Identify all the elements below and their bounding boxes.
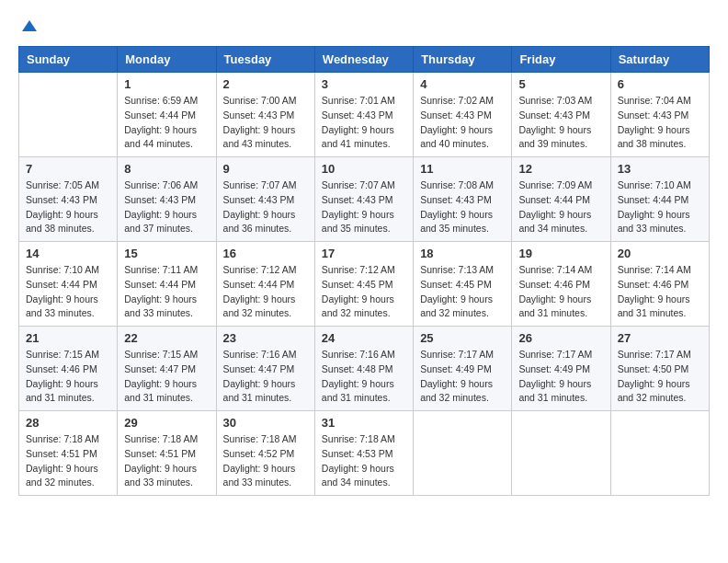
calendar-cell: 4Sunrise: 7:02 AMSunset: 4:43 PMDaylight… [414,73,512,157]
day-info: Sunrise: 7:16 AMSunset: 4:48 PMDaylight:… [322,348,406,406]
calendar-header-friday: Friday [512,47,610,73]
day-info: Sunrise: 7:11 AMSunset: 4:44 PMDaylight:… [124,263,209,321]
calendar-cell: 8Sunrise: 7:06 AMSunset: 4:43 PMDaylight… [118,157,216,242]
day-info: Sunrise: 7:09 AMSunset: 4:44 PMDaylight:… [518,178,603,236]
calendar-cell: 31Sunrise: 7:18 AMSunset: 4:53 PMDayligh… [314,411,413,496]
day-number: 25 [420,331,505,345]
day-info: Sunrise: 7:04 AMSunset: 4:43 PMDaylight:… [618,94,702,152]
day-info: Sunrise: 7:16 AMSunset: 4:47 PMDaylight:… [223,348,308,406]
calendar-week-row: 7Sunrise: 7:05 AMSunset: 4:43 PMDaylight… [19,157,710,242]
calendar-cell: 23Sunrise: 7:16 AMSunset: 4:47 PMDayligh… [216,327,314,411]
calendar-week-row: 1Sunrise: 6:59 AMSunset: 4:44 PMDaylight… [19,73,710,157]
day-info: Sunrise: 7:08 AMSunset: 4:43 PMDaylight:… [420,178,505,236]
day-info: Sunrise: 7:03 AMSunset: 4:43 PMDaylight:… [518,94,603,152]
day-number: 12 [518,162,603,176]
calendar-week-row: 14Sunrise: 7:10 AMSunset: 4:44 PMDayligh… [19,242,710,327]
calendar-cell: 3Sunrise: 7:01 AMSunset: 4:43 PMDaylight… [314,73,413,157]
day-number: 28 [26,416,110,430]
calendar-header-sunday: Sunday [19,47,118,73]
day-info: Sunrise: 7:10 AMSunset: 4:44 PMDaylight:… [26,263,110,321]
day-info: Sunrise: 7:10 AMSunset: 4:44 PMDaylight:… [618,178,702,236]
calendar-week-row: 21Sunrise: 7:15 AMSunset: 4:46 PMDayligh… [19,327,710,411]
calendar-cell: 29Sunrise: 7:18 AMSunset: 4:51 PMDayligh… [118,411,216,496]
calendar-week-row: 28Sunrise: 7:18 AMSunset: 4:51 PMDayligh… [19,411,710,496]
day-info: Sunrise: 7:15 AMSunset: 4:46 PMDaylight:… [26,348,110,406]
day-number: 7 [26,162,110,176]
day-number: 8 [124,162,209,176]
day-number: 19 [518,247,603,260]
calendar-cell: 5Sunrise: 7:03 AMSunset: 4:43 PMDaylight… [512,73,610,157]
day-info: Sunrise: 6:59 AMSunset: 4:44 PMDaylight:… [124,94,209,152]
day-info: Sunrise: 7:12 AMSunset: 4:44 PMDaylight:… [223,263,308,321]
day-number: 31 [322,416,406,430]
calendar-header-row: SundayMondayTuesdayWednesdayThursdayFrid… [19,47,710,73]
day-info: Sunrise: 7:13 AMSunset: 4:45 PMDaylight:… [420,263,505,321]
day-info: Sunrise: 7:17 AMSunset: 4:49 PMDaylight:… [518,348,603,406]
calendar-cell [610,411,709,496]
calendar-header-tuesday: Tuesday [216,47,314,73]
day-number: 4 [420,77,505,91]
calendar-header-thursday: Thursday [414,47,512,73]
calendar-cell: 11Sunrise: 7:08 AMSunset: 4:43 PMDayligh… [414,157,512,242]
day-info: Sunrise: 7:00 AMSunset: 4:43 PMDaylight:… [223,94,308,152]
calendar-cell: 25Sunrise: 7:17 AMSunset: 4:49 PMDayligh… [414,327,512,411]
calendar-cell: 7Sunrise: 7:05 AMSunset: 4:43 PMDaylight… [19,157,118,242]
logo-icon [20,18,39,37]
day-number: 9 [223,162,308,176]
calendar-cell [512,411,610,496]
day-number: 10 [322,162,406,176]
day-info: Sunrise: 7:18 AMSunset: 4:53 PMDaylight:… [322,432,406,490]
calendar-cell: 27Sunrise: 7:17 AMSunset: 4:50 PMDayligh… [610,327,709,411]
calendar-cell: 6Sunrise: 7:04 AMSunset: 4:43 PMDaylight… [610,73,709,157]
calendar-header-monday: Monday [118,47,216,73]
calendar-cell: 16Sunrise: 7:12 AMSunset: 4:44 PMDayligh… [216,242,314,327]
day-number: 29 [124,416,209,430]
calendar-cell: 24Sunrise: 7:16 AMSunset: 4:48 PMDayligh… [314,327,413,411]
day-info: Sunrise: 7:17 AMSunset: 4:50 PMDaylight:… [618,348,702,406]
calendar-cell: 9Sunrise: 7:07 AMSunset: 4:43 PMDaylight… [216,157,314,242]
calendar-cell: 20Sunrise: 7:14 AMSunset: 4:46 PMDayligh… [610,242,709,327]
calendar-cell: 30Sunrise: 7:18 AMSunset: 4:52 PMDayligh… [216,411,314,496]
day-number: 13 [618,162,702,176]
day-info: Sunrise: 7:06 AMSunset: 4:43 PMDaylight:… [124,178,209,236]
calendar-cell: 15Sunrise: 7:11 AMSunset: 4:44 PMDayligh… [118,242,216,327]
day-info: Sunrise: 7:17 AMSunset: 4:49 PMDaylight:… [420,348,505,406]
day-number: 1 [124,77,209,91]
day-info: Sunrise: 7:14 AMSunset: 4:46 PMDaylight:… [618,263,702,321]
calendar-cell: 26Sunrise: 7:17 AMSunset: 4:49 PMDayligh… [512,327,610,411]
day-info: Sunrise: 7:07 AMSunset: 4:43 PMDaylight:… [223,178,308,236]
day-number: 17 [322,247,406,260]
day-number: 14 [26,247,110,260]
day-number: 30 [223,416,308,430]
day-info: Sunrise: 7:01 AMSunset: 4:43 PMDaylight:… [322,94,406,152]
day-info: Sunrise: 7:18 AMSunset: 4:51 PMDaylight:… [124,432,209,490]
calendar-cell [19,73,118,157]
calendar-cell: 14Sunrise: 7:10 AMSunset: 4:44 PMDayligh… [19,242,118,327]
day-number: 16 [223,247,308,260]
day-info: Sunrise: 7:07 AMSunset: 4:43 PMDaylight:… [322,178,406,236]
day-number: 5 [518,77,603,91]
calendar-cell: 28Sunrise: 7:18 AMSunset: 4:51 PMDayligh… [19,411,118,496]
day-number: 18 [420,247,505,260]
day-info: Sunrise: 7:18 AMSunset: 4:52 PMDaylight:… [223,432,308,490]
day-number: 22 [124,331,209,345]
day-info: Sunrise: 7:12 AMSunset: 4:45 PMDaylight:… [322,263,406,321]
svg-marker-0 [22,20,37,31]
calendar-cell: 22Sunrise: 7:15 AMSunset: 4:47 PMDayligh… [118,327,216,411]
day-number: 20 [618,247,702,260]
day-number: 21 [26,331,110,345]
calendar-header-saturday: Saturday [610,47,709,73]
calendar-cell: 1Sunrise: 6:59 AMSunset: 4:44 PMDaylight… [118,73,216,157]
calendar-cell: 2Sunrise: 7:00 AMSunset: 4:43 PMDaylight… [216,73,314,157]
day-number: 11 [420,162,505,176]
page-header [18,18,710,37]
calendar-cell: 13Sunrise: 7:10 AMSunset: 4:44 PMDayligh… [610,157,709,242]
calendar-cell: 18Sunrise: 7:13 AMSunset: 4:45 PMDayligh… [414,242,512,327]
calendar-cell: 17Sunrise: 7:12 AMSunset: 4:45 PMDayligh… [314,242,413,327]
day-number: 26 [518,331,603,345]
logo [18,18,39,37]
day-number: 24 [322,331,406,345]
day-number: 3 [322,77,406,91]
day-number: 6 [618,77,702,91]
day-number: 2 [223,77,308,91]
